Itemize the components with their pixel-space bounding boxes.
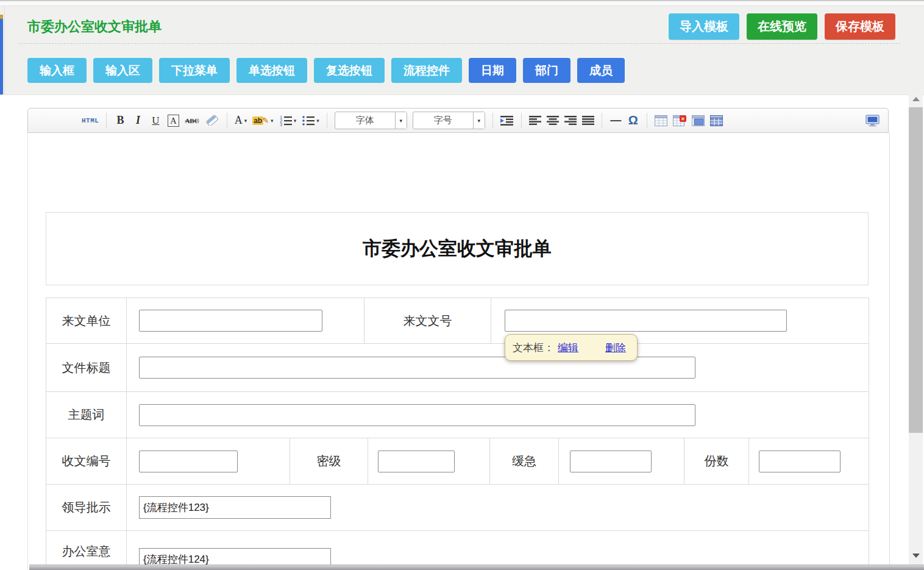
- receipt-number-input[interactable]: [139, 451, 238, 472]
- indent-icon: [500, 116, 514, 126]
- font-size-select[interactable]: 字号 ▾: [413, 112, 485, 129]
- save-template-button[interactable]: 保存模板: [825, 13, 895, 40]
- bold-button[interactable]: B: [114, 113, 126, 129]
- control-button-department[interactable]: 部门: [523, 58, 570, 83]
- copies-cell: [749, 438, 869, 484]
- ordered-list-icon: 123: [279, 115, 292, 126]
- control-button-textarea[interactable]: 输入区: [93, 58, 152, 83]
- import-template-button[interactable]: 导入模板: [669, 13, 739, 40]
- special-character-button[interactable]: Ω: [627, 113, 639, 129]
- underline-button[interactable]: U: [149, 113, 162, 129]
- toolbar-separator: [521, 113, 522, 128]
- chevron-down-icon: ▾: [395, 112, 407, 129]
- scrollbar-thumb[interactable]: [909, 107, 923, 433]
- chevron-down-icon: ▾: [316, 118, 319, 124]
- control-button-checkbox[interactable]: 复选按钮: [314, 58, 385, 83]
- align-right-button[interactable]: [564, 113, 577, 129]
- pencil-icon: ✎: [262, 116, 269, 125]
- document-title-cell: [127, 344, 869, 391]
- italic-button[interactable]: I: [132, 113, 144, 129]
- control-button-dropdown[interactable]: 下拉菜单: [159, 58, 230, 83]
- char-border-button[interactable]: A: [168, 115, 179, 127]
- copies-input[interactable]: [759, 451, 840, 472]
- chevron-down-icon: ▾: [244, 118, 247, 124]
- form-label-receipt-number: 收文编号: [46, 438, 127, 484]
- control-button-member[interactable]: 成员: [577, 58, 625, 83]
- window-bottom-edge: [29, 565, 924, 570]
- indent-button[interactable]: [500, 113, 514, 129]
- toolbar-separator: [492, 113, 493, 128]
- chevron-down-icon: ▾: [271, 118, 274, 124]
- align-right-icon: [564, 116, 577, 125]
- align-center-icon: [547, 116, 559, 125]
- ordered-list-button[interactable]: 123 ▾: [279, 113, 297, 129]
- form-label-leader-instructions: 领导批示: [46, 485, 127, 530]
- subject-words-cell: [127, 392, 869, 438]
- remove-format-button[interactable]: [205, 113, 219, 129]
- leader-instructions-flow-control[interactable]: {流程控件123}: [139, 496, 331, 519]
- background-window-sliver-blue: [0, 19, 3, 96]
- subject-words-input[interactable]: [139, 404, 695, 426]
- source-code-button[interactable]: HTML: [82, 113, 99, 129]
- control-button-date[interactable]: 日期: [469, 58, 516, 83]
- font-color-button[interactable]: A ▾: [235, 113, 247, 129]
- unordered-list-button[interactable]: ▾: [302, 113, 319, 129]
- eraser-icon: [205, 115, 219, 126]
- table-row: 主题词: [46, 392, 869, 438]
- highlight-color-button[interactable]: ab ✎ ▾: [252, 113, 273, 129]
- incoming-unit-cell: [127, 298, 364, 343]
- incoming-doc-number-input[interactable]: [505, 310, 787, 332]
- editor-toolbar: HTML B I U A ABC A ▾ ab ✎ ▾: [27, 108, 889, 133]
- control-button-input-box[interactable]: 输入框: [27, 58, 87, 83]
- urgency-cell: [559, 438, 684, 484]
- triangle-down-icon: [912, 554, 920, 558]
- urgency-input[interactable]: [570, 451, 652, 472]
- scrollbar-down-button[interactable]: [909, 554, 923, 558]
- secrecy-level-input[interactable]: [378, 451, 455, 472]
- align-left-icon: [529, 116, 541, 125]
- scrollbar[interactable]: [909, 94, 923, 570]
- delete-table-icon: ×: [673, 115, 686, 126]
- unordered-list-icon: [302, 115, 315, 126]
- form-label-copies: 份数: [684, 438, 749, 484]
- control-button-flow-control[interactable]: 流程控件: [391, 58, 462, 83]
- align-left-button[interactable]: [529, 113, 541, 129]
- scrollbar-up-button[interactable]: [909, 97, 923, 101]
- window-top-edge: [0, 0, 924, 6]
- toolbar-separator: [327, 113, 327, 128]
- control-button-radio[interactable]: 单选按钮: [236, 58, 307, 83]
- strikethrough-button[interactable]: ABC: [185, 113, 199, 129]
- delete-table-button[interactable]: ×: [673, 113, 686, 129]
- header-divider: [18, 43, 900, 44]
- form-label-incoming-unit: 来文单位: [46, 298, 127, 343]
- table-grid-button[interactable]: [710, 113, 723, 129]
- table-cell-icon: [692, 115, 705, 126]
- form-label-subject-words: 主题词: [46, 392, 127, 438]
- online-preview-button[interactable]: 在线预览: [747, 13, 817, 40]
- triangle-up-icon: [912, 97, 920, 101]
- form-label-incoming-doc-number: 来文文号: [364, 298, 491, 343]
- fullscreen-button[interactable]: [865, 113, 880, 129]
- field-popup-label: 文本框：: [513, 341, 554, 355]
- align-center-button[interactable]: [547, 113, 559, 129]
- align-justify-button[interactable]: [582, 113, 594, 129]
- table-row: 来文单位 来文文号: [46, 298, 869, 344]
- horizontal-rule-button[interactable]: —: [609, 113, 622, 129]
- form-title: 市委办公室收文审批单: [363, 236, 552, 262]
- table-icon: [655, 115, 667, 126]
- insert-table-button[interactable]: [655, 113, 667, 129]
- incoming-unit-input[interactable]: [139, 310, 322, 332]
- toolbar-separator: [227, 113, 227, 128]
- receipt-number-cell: [127, 438, 290, 484]
- form-title-block: 市委办公室收文审批单: [46, 212, 869, 285]
- delete-link[interactable]: 删除: [605, 341, 626, 355]
- svg-text:3: 3: [280, 123, 282, 126]
- toolbar-separator: [647, 113, 647, 128]
- form-label-document-title: 文件标题: [46, 344, 127, 391]
- table-cell-properties-button[interactable]: [692, 113, 705, 129]
- edit-link[interactable]: 编辑: [558, 341, 578, 355]
- toolbar-separator: [602, 113, 602, 128]
- chevron-down-icon: ▾: [294, 118, 297, 124]
- font-family-select[interactable]: 字体 ▾: [335, 112, 407, 129]
- chevron-down-icon: ▾: [473, 112, 485, 129]
